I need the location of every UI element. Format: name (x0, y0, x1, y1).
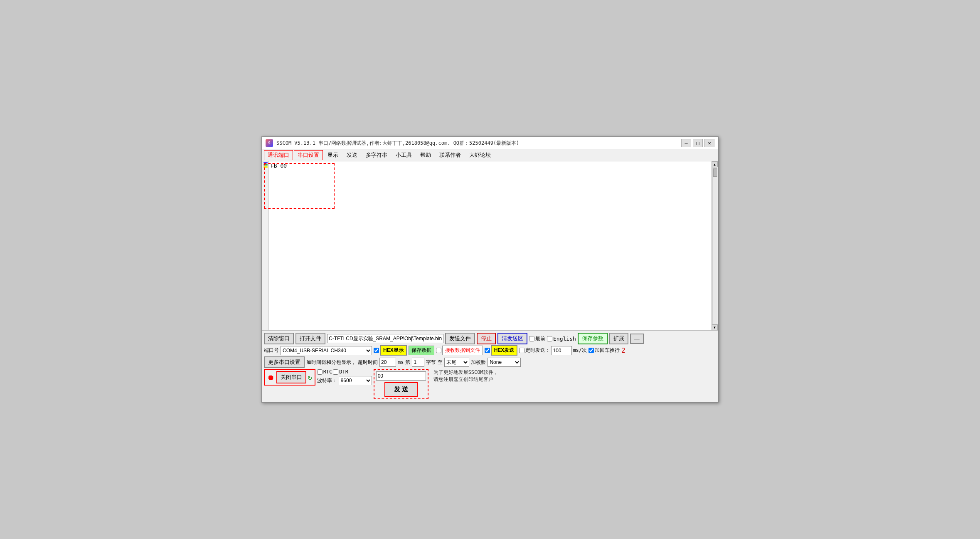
hex-send-checkbox[interactable] (485, 348, 490, 353)
timed-unit-label: ms/次 (573, 347, 587, 354)
baud-row: 波特率： 9600 115200 (317, 376, 372, 385)
number-indicator[interactable]: 2 (621, 346, 625, 354)
hex-display-checkbox-group: HEX显示 (374, 345, 407, 356)
baud-rts-dtr: RTC DTR 波特率： 9600 115200 (317, 369, 372, 386)
receive-to-file-checkbox[interactable] (436, 348, 441, 353)
baud-label: 波特率： (317, 377, 337, 384)
open-file-button[interactable]: 打开文件 (295, 333, 325, 344)
timeout-input[interactable] (379, 358, 396, 367)
scrollbar-right: ▲ ▼ (711, 161, 718, 330)
main-window: S SSCOM V5.13.1 串口/网络数据调试器,作者:大虾丁丁,26180… (261, 136, 719, 403)
byte-unit-label: 字节 (426, 359, 436, 366)
timed-send-checkbox-group: 定时发送： ms/次 (519, 346, 587, 355)
window-controls: — □ ✕ (681, 139, 714, 147)
clear-send-area-button[interactable]: 清发送区 (497, 333, 527, 344)
baud-select[interactable]: 9600 115200 (339, 376, 372, 385)
prev-label: 最前 (535, 335, 545, 342)
add-timestamp-label: 加时间戳和分包显示， (306, 359, 356, 366)
hex-send-button[interactable]: HEX发送 (491, 345, 518, 356)
port-label: 端口号 (264, 347, 279, 354)
menu-tools[interactable]: 小工具 (392, 150, 416, 160)
byte-start-label: 第 (405, 359, 410, 366)
rts-label: RTC (323, 369, 332, 375)
rts-checkbox[interactable] (317, 369, 323, 375)
more-port-settings-button[interactable]: 更多串口设置 (264, 356, 305, 368)
menu-forum[interactable]: 大虾论坛 (465, 150, 495, 160)
timed-send-value[interactable] (551, 346, 572, 355)
dtr-checkbox[interactable] (333, 369, 338, 375)
close-port-button[interactable]: 关闭串口 (276, 371, 306, 383)
scroll-up-button[interactable]: ▲ (712, 161, 718, 167)
file-path-input[interactable] (327, 334, 443, 343)
english-label: English (553, 336, 576, 342)
app-icon: S (266, 139, 273, 147)
menu-comm-port[interactable]: 通讯端口 (264, 150, 293, 160)
receive-to-file-checkbox-group: 接收数据到文件 (436, 346, 483, 355)
hex-display-checkbox[interactable] (374, 348, 379, 353)
prev-checkbox-group: 最前 (529, 335, 545, 342)
to-label: 至 (438, 359, 443, 366)
toolbar-row1: 清除窗口 打开文件 发送文件 停止 清发送区 最前 English 保存参数 扩… (264, 333, 716, 344)
scrollbar-thumb (713, 168, 717, 177)
sidebar-indicator-yellow (263, 166, 268, 168)
rts-checkbox-group: RTC DTR (317, 369, 372, 375)
scrollbar-track[interactable] (712, 167, 717, 324)
title-bar: S SSCOM V5.13.1 串口/网络数据调试器,作者:大虾丁丁,26180… (262, 137, 718, 149)
timeout-label: 超时时间 (358, 359, 378, 366)
main-area: FB 00 ▲ ▼ 清除窗口 打开文件 发送文件 停止 清发送区 (262, 161, 718, 402)
save-param-button[interactable]: 保存参数 (578, 333, 608, 344)
record-icon: ⏺ (267, 373, 275, 382)
byte-end-select[interactable]: 末尾 (444, 358, 469, 367)
english-checkbox-group: English (547, 336, 576, 342)
prev-checkbox[interactable] (529, 336, 534, 341)
save-data-button[interactable]: 保存数据 (409, 346, 434, 355)
menu-contact[interactable]: 联系作者 (436, 150, 465, 160)
left-sidebar (262, 161, 269, 330)
status-text-line2: 请您注册嘉立创印结尾客户 (433, 376, 498, 383)
menu-display[interactable]: 显示 (324, 150, 342, 160)
close-button[interactable]: ✕ (704, 139, 714, 147)
receive-area: FB 00 ▲ ▼ (262, 161, 718, 331)
port-select[interactable]: COM4_USB-SERIAL CH340 (281, 346, 372, 355)
checksum-select[interactable]: None (488, 358, 521, 367)
receive-textarea[interactable]: FB 00 (269, 161, 712, 177)
minimize-button[interactable]: — (681, 139, 691, 147)
menu-port-settings[interactable]: 串口设置 (294, 150, 323, 160)
timed-send-label: 定时发送： (525, 347, 550, 354)
window-title: SSCOM V5.13.1 串口/网络数据调试器,作者:大虾丁丁,2618058… (276, 140, 678, 147)
toolbar-row3: 更多串口设置 加时间戳和分包显示， 超时时间 ms 第 字节 至 末尾 加校验 … (264, 356, 716, 368)
bottom-container: 清除窗口 打开文件 发送文件 停止 清发送区 最前 English 保存参数 扩… (262, 331, 718, 402)
menu-bar: 通讯端口 串口设置 显示 发送 多字符串 小工具 帮助 联系作者 大虾论坛 (262, 149, 718, 161)
byte-start-input[interactable] (412, 358, 424, 367)
menu-help[interactable]: 帮助 (416, 150, 435, 160)
toolbar-row4: ⏺ 关闭串口 ↻ RTC DTR 波特率： (264, 369, 716, 399)
send-file-button[interactable]: 发送文件 (445, 333, 475, 344)
sidebar-indicator-green (263, 164, 268, 166)
port-control-box: ⏺ 关闭串口 ↻ (264, 369, 315, 386)
send-button[interactable]: 发 送 (384, 382, 418, 397)
minus-button[interactable]: — (630, 334, 644, 344)
sidebar-indicator-blue (263, 162, 268, 163)
menu-multistring[interactable]: 多字符串 (362, 150, 391, 160)
stop-button[interactable]: 停止 (477, 333, 496, 344)
timed-send-checkbox[interactable] (519, 348, 524, 353)
toolbar-row2: 端口号 COM4_USB-SERIAL CH340 HEX显示 保存数据 接收数… (264, 345, 716, 356)
send-input[interactable] (376, 371, 426, 381)
add-newline-checkbox[interactable] (588, 348, 594, 353)
hex-display-button[interactable]: HEX显示 (380, 345, 407, 356)
menu-send[interactable]: 发送 (343, 150, 361, 160)
status-text-line1: 为了更好地发展SSCOM软件， (433, 369, 498, 376)
scroll-down-button[interactable]: ▼ (712, 324, 718, 330)
checksum-label: 加校验 (471, 359, 486, 366)
timeout-unit-label: ms (398, 359, 404, 365)
english-checkbox[interactable] (547, 336, 552, 341)
status-info: 为了更好地发展SSCOM软件， 请您注册嘉立创印结尾客户 (433, 369, 498, 383)
add-newline-checkbox-group: 加回车换行 (588, 347, 620, 354)
hex-send-checkbox-group: HEX发送 (485, 345, 518, 356)
add-newline-label: 加回车换行 (595, 347, 620, 354)
clear-window-button[interactable]: 清除窗口 (264, 333, 294, 344)
maximize-button[interactable]: □ (693, 139, 703, 147)
receive-to-file-button[interactable]: 接收数据到文件 (442, 346, 483, 355)
refresh-icon[interactable]: ↻ (308, 373, 312, 381)
expand-button[interactable]: 扩展 (609, 333, 628, 344)
